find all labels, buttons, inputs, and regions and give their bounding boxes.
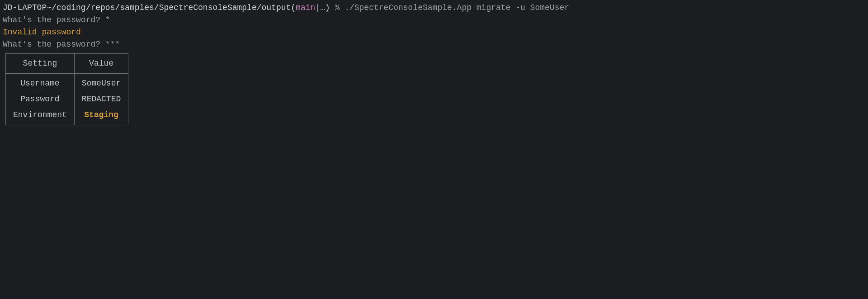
prompt-host-path: JD-LAPTOP~/coding/repos/samples/SpectreC…: [3, 3, 296, 12]
table-row: Username Password Environment SomeUser R…: [6, 74, 128, 125]
table-header-row: Setting Value: [6, 54, 128, 74]
shell-prompt[interactable]: JD-LAPTOP~/coding/repos/samples/SpectreC…: [3, 2, 865, 14]
setting-username: Username: [6, 74, 74, 93]
setting-environment: Environment: [6, 105, 74, 125]
value-password: REDACTED: [75, 93, 128, 105]
error-message: Invalid password: [3, 26, 865, 38]
prompt-close-paren: ): [325, 3, 330, 12]
git-branch-meta: |…: [315, 3, 325, 12]
command-text: ./SpectreConsoleSample.App migrate -u So…: [344, 3, 569, 12]
table-header-value: Value: [74, 54, 128, 74]
table-header-setting: Setting: [6, 54, 75, 74]
git-branch: main: [296, 3, 315, 12]
settings-table: Setting Value Username Password Environm…: [5, 53, 128, 125]
password-prompt-1: What's the password? *: [3, 14, 865, 26]
value-username: SomeUser: [75, 74, 128, 93]
prompt-percent: %: [330, 3, 344, 12]
setting-password: Password: [6, 93, 74, 105]
password-prompt-2: What's the password? ***: [3, 38, 865, 51]
value-environment: Staging: [75, 105, 128, 125]
